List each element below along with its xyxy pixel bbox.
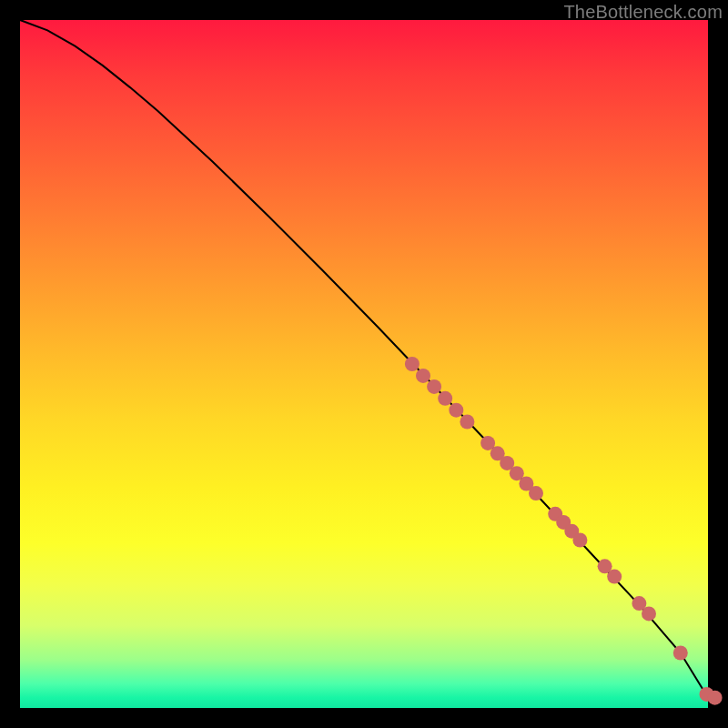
chart-svg <box>20 20 708 708</box>
data-marker <box>438 391 452 406</box>
attribution-text: TheBottleneck.com <box>563 2 723 23</box>
data-marker <box>427 379 441 394</box>
data-marker <box>673 646 688 661</box>
data-marker <box>572 533 587 548</box>
data-marker <box>416 369 430 383</box>
data-marker <box>449 403 463 418</box>
data-marker <box>642 606 656 621</box>
data-marker <box>529 486 543 500</box>
data-marker <box>405 357 420 371</box>
plot-area <box>20 20 708 708</box>
marker-group <box>405 357 723 705</box>
data-marker <box>460 415 474 430</box>
curve-line <box>20 20 708 698</box>
chart-stage: TheBottleneck.com <box>0 0 728 728</box>
data-marker <box>607 570 622 584</box>
data-marker <box>708 691 723 705</box>
